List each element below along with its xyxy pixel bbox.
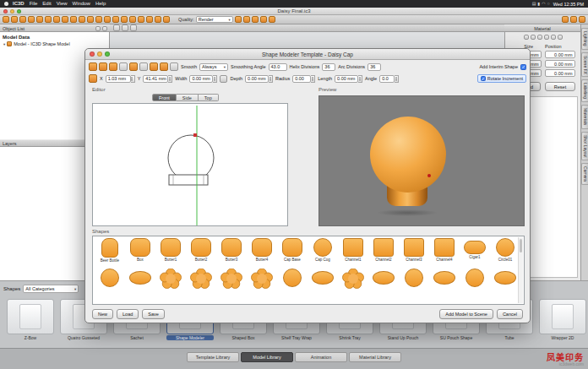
- toolbar-icon[interactable]: [102, 26, 107, 31]
- toolbar-icon[interactable]: [130, 24, 137, 31]
- shape-item[interactable]: Channel2: [368, 238, 399, 263]
- depth-field[interactable]: 0.00 mm: [245, 75, 269, 83]
- toolbar-icon[interactable]: [70, 16, 77, 23]
- load-button[interactable]: Load: [117, 309, 139, 319]
- toolbar-icon[interactable]: [53, 16, 60, 23]
- vertex-handle[interactable]: [427, 174, 431, 177]
- toolbar-icon[interactable]: [531, 35, 536, 40]
- shape-item[interactable]: [490, 269, 520, 292]
- arc-divisions-field[interactable]: 36: [368, 63, 381, 71]
- dialog-tool-icon-8[interactable]: [160, 62, 168, 71]
- dialog-tool-icon-1[interactable]: [89, 62, 97, 71]
- side-tab-camera[interactable]: Camera: [581, 163, 588, 185]
- shape-item[interactable]: Butter3: [216, 238, 247, 263]
- radius-field[interactable]: 0.00: [292, 75, 311, 83]
- toolbar-icon[interactable]: [252, 16, 259, 23]
- profile-editor-canvas[interactable]: [92, 103, 288, 226]
- shape-item[interactable]: [125, 269, 155, 292]
- dialog-tool-icon-4[interactable]: [119, 62, 128, 71]
- shape-item[interactable]: [277, 269, 308, 292]
- toolbar-icon[interactable]: [537, 35, 542, 40]
- save-button[interactable]: Save: [142, 309, 165, 319]
- position-value-field[interactable]: 0.00 mm: [545, 51, 575, 58]
- shape-item[interactable]: Circle01: [490, 238, 520, 263]
- toolbar-icon[interactable]: [562, 16, 569, 23]
- shape-item[interactable]: [186, 269, 216, 292]
- side-tab-shot-layout[interactable]: Shot Layout: [581, 132, 588, 161]
- toolbar-icon[interactable]: [146, 16, 153, 23]
- toolbar-icon[interactable]: [113, 24, 120, 31]
- toolbar-icon[interactable]: [243, 16, 250, 23]
- shape-item[interactable]: [247, 269, 277, 292]
- dialog-tool-icon-5[interactable]: [129, 62, 138, 71]
- library-item[interactable]: Wrapper 2D: [539, 299, 586, 340]
- width-field[interactable]: 0.00 mm: [189, 75, 213, 83]
- library-tab-material-library[interactable]: Material Library: [349, 352, 401, 362]
- y-field[interactable]: 41.41 mm: [143, 75, 168, 83]
- toolbar-icon[interactable]: [95, 16, 102, 23]
- new-button[interactable]: New: [92, 309, 113, 319]
- toolbar-icon[interactable]: [62, 16, 68, 23]
- position-value-field[interactable]: 0.00 mm: [545, 69, 575, 77]
- shape-item[interactable]: [399, 269, 429, 292]
- toolbar-icon[interactable]: [95, 26, 101, 31]
- shape-item[interactable]: Butter1: [155, 238, 186, 263]
- depth-stepper[interactable]: [269, 75, 273, 83]
- shape-item[interactable]: [368, 269, 399, 292]
- shape-item[interactable]: Box: [125, 238, 155, 263]
- library-tab-template-library[interactable]: Template Library: [187, 352, 239, 362]
- link-dimensions-icon[interactable]: [220, 75, 227, 83]
- toolbar-icon[interactable]: [138, 16, 144, 23]
- shape-item[interactable]: [216, 269, 247, 292]
- toolbar-icon[interactable]: [79, 16, 85, 23]
- library-tab-animation[interactable]: Animation: [295, 352, 347, 362]
- toolbar-icon[interactable]: [558, 35, 563, 40]
- shape-item[interactable]: Cigar1: [460, 238, 490, 263]
- shape-item[interactable]: Channel3: [399, 238, 429, 263]
- reset-button[interactable]: Reset: [545, 82, 575, 91]
- angle-stepper[interactable]: [395, 75, 399, 83]
- shape-item[interactable]: Cap Base: [277, 238, 308, 263]
- dialog-tool-icon-2[interactable]: [99, 62, 107, 71]
- shape-item[interactable]: [95, 269, 125, 292]
- menu-item-window[interactable]: Window: [73, 0, 90, 8]
- menu-item-edit[interactable]: Edit: [42, 0, 51, 8]
- length-field[interactable]: 0.00 mm: [335, 75, 358, 83]
- toolbar-icon[interactable]: [45, 16, 52, 23]
- y-stepper[interactable]: [168, 75, 172, 83]
- shape-item[interactable]: Channel1: [338, 238, 368, 263]
- menu-item-help[interactable]: Help: [95, 0, 106, 8]
- length-stepper[interactable]: [358, 75, 362, 83]
- toolbar-icon[interactable]: [121, 16, 128, 23]
- toolbar-icon[interactable]: [163, 16, 170, 23]
- library-item[interactable]: Z-Bow: [7, 299, 54, 340]
- shape-item[interactable]: Cap Cog: [308, 238, 338, 263]
- tree-item-model[interactable]: ▾ Model - IC3D Shape Model: [0, 41, 109, 46]
- toolbar-icon[interactable]: [579, 16, 585, 23]
- preview-3d-canvas[interactable]: [318, 95, 525, 226]
- menu-item-view[interactable]: View: [57, 0, 68, 8]
- apple-menu-icon[interactable]: [4, 2, 8, 6]
- toolbar-icon[interactable]: [104, 16, 111, 23]
- toolbar-icon[interactable]: [87, 16, 94, 23]
- cancel-button[interactable]: Cancel: [497, 309, 523, 319]
- library-tab-model-library[interactable]: Model Library: [241, 352, 293, 362]
- x-stepper[interactable]: [131, 75, 135, 83]
- smooth-dropdown[interactable]: Always ▾: [199, 63, 228, 71]
- toolbar-icon[interactable]: [28, 16, 35, 23]
- shape-item[interactable]: [308, 269, 338, 292]
- side-tab-labeling[interactable]: Labeling: [581, 79, 588, 102]
- toolbar-icon[interactable]: [122, 24, 128, 31]
- menu-item-ic3d[interactable]: IC3D: [13, 0, 24, 8]
- editor-tab-side[interactable]: Side: [177, 94, 199, 101]
- smoothing-angle-field[interactable]: 43.0: [269, 63, 287, 71]
- angle-field[interactable]: 0.0: [379, 75, 395, 83]
- dialog-tool-icon-9[interactable]: [170, 62, 178, 71]
- coordinate-tool-icon[interactable]: [89, 74, 97, 83]
- shape-item[interactable]: Channel4: [429, 238, 460, 263]
- toolbar-icon[interactable]: [260, 16, 267, 23]
- helix-divisions-field[interactable]: 36: [322, 63, 335, 71]
- scrollbar-thumb[interactable]: [520, 239, 522, 252]
- toolbar-icon[interactable]: [36, 16, 43, 23]
- shape-item[interactable]: [429, 269, 460, 292]
